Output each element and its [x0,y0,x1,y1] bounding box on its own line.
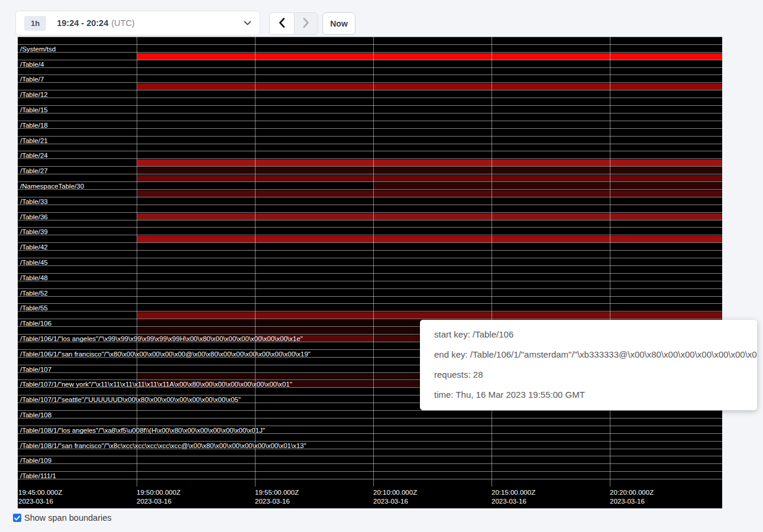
span-band [137,282,722,288]
tick-date: 2023-03-16 [255,497,299,506]
span-row[interactable] [18,463,722,471]
span-row[interactable]: /Table/108 [18,410,722,418]
span-row[interactable] [18,265,722,273]
now-button[interactable]: Now [322,12,355,35]
span-row[interactable] [18,296,722,304]
tick-time: 20:20:00.000Z [610,488,654,497]
span-band [137,274,722,281]
span-row[interactable] [18,479,722,486]
span-row[interactable]: /System/tsd [18,44,722,52]
span-row[interactable] [18,311,722,319]
span-key-label: /Table/106/1/"los angeles"/"\x99\x99\x99… [20,335,303,342]
span-row[interactable]: /Table/108/1/"san francisco"/"\x8c\xcc\x… [18,441,722,449]
span-row[interactable]: /Table/108/1/"los angeles"/"\xa8\xf5\u00… [18,426,722,433]
span-row[interactable]: /Table/24 [18,151,722,158]
next-range-button[interactable] [294,13,318,34]
span-row[interactable] [18,158,722,166]
span-row[interactable] [18,128,722,136]
span-key-label: /Table/108/1/"san francisco"/"\x8c\xcc\x… [20,442,306,449]
span-band [137,312,722,319]
span-row[interactable]: /Table/4 [18,60,722,67]
span-row[interactable]: /Table/52 [18,288,722,296]
span-band [137,83,722,90]
span-key-label: /Table/45 [20,259,48,266]
heatmap-plot[interactable]: /System/tsd/Table/4/Table/7/Table/12/Tab… [18,37,722,486]
span-band [137,129,722,136]
span-row[interactable] [18,220,722,228]
span-row[interactable]: /Table/109 [18,456,722,463]
span-key-label: /Table/42 [20,244,48,251]
span-row[interactable] [18,250,722,258]
time-axis-tick: 19:55:00.000Z2023-03-16 [255,488,299,506]
span-row[interactable]: /Table/39 [18,227,722,235]
time-range-selector[interactable]: 1h 19:24 - 20:24 (UTC) [15,11,260,35]
span-row[interactable]: /Table/36 [18,212,722,220]
span-row[interactable]: /Table/7 [18,74,722,82]
span-key-label: /Table/108 [20,411,51,419]
span-band [137,183,722,189]
span-row[interactable]: /Table/15 [18,105,722,113]
prev-range-button[interactable] [270,13,294,34]
span-row[interactable] [18,281,722,288]
tick-time: 19:45:00.000Z [18,488,62,497]
span-row[interactable] [18,433,722,441]
tick-date: 2023-03-16 [18,497,62,506]
span-key-label: /System/tsd [20,46,56,53]
span-band [137,213,722,220]
span-row[interactable] [18,189,722,197]
span-row[interactable]: /Table/21 [18,136,722,144]
span-row[interactable]: /Table/42 [18,242,722,250]
span-row[interactable] [18,67,722,75]
span-row[interactable] [18,98,722,105]
span-row[interactable]: /Table/18 [18,121,722,128]
span-row[interactable] [18,205,722,212]
span-row[interactable] [18,37,722,44]
span-band [137,61,722,67]
span-row[interactable] [18,113,722,121]
span-band [137,152,722,158]
column-boundary-line [373,37,374,486]
span-row[interactable] [18,235,722,242]
tick-time: 19:55:00.000Z [255,488,299,497]
span-key-label: /Table/107/1/"seattle"/"UUUUUUD\x00\x80\… [20,396,241,403]
span-row[interactable] [18,174,722,181]
span-band [137,221,722,228]
span-key-label: /Table/18 [20,122,48,129]
footer-controls: Show span boundaries [13,513,112,523]
span-row[interactable] [18,449,722,456]
span-band [137,251,722,258]
span-band [137,114,722,121]
span-key-label: /Table/7 [20,76,44,83]
span-tooltip: start key: /Table/106 end key: /Table/10… [420,320,757,410]
span-key-label: /NamespaceTable/30 [20,183,84,190]
span-row[interactable]: /Table/111/1 [18,471,722,479]
span-band [137,450,722,456]
span-boundaries-checkbox[interactable] [13,514,21,522]
span-band [137,145,722,151]
span-row[interactable] [18,144,722,151]
span-key-label: /Table/109 [20,457,51,464]
range-timezone: (UTC) [111,18,134,28]
span-row[interactable]: /Table/12 [18,90,722,98]
span-row[interactable] [18,82,722,90]
span-band [137,53,722,60]
span-band [137,206,722,212]
span-band [137,290,722,296]
span-row[interactable] [18,52,722,60]
span-key-label: /Table/111/1 [20,472,56,479]
span-row[interactable]: /Table/55 [18,303,722,311]
span-band [137,137,722,144]
chevron-left-icon [279,18,285,30]
time-nav-group [269,12,318,35]
span-row[interactable]: /Table/27 [18,166,722,174]
span-key-label: /Table/15 [20,106,48,113]
span-row[interactable] [18,418,722,426]
key-visualizer-heatmap[interactable]: /System/tsd/Table/4/Table/7/Table/12/Tab… [18,37,722,508]
span-band [137,106,722,113]
span-band [137,434,722,441]
span-row[interactable]: /NamespaceTable/30 [18,181,722,189]
span-band [137,236,722,242]
span-row[interactable]: /Table/33 [18,197,722,205]
span-row[interactable]: /Table/48 [18,273,722,281]
span-row[interactable]: /Table/45 [18,258,722,265]
